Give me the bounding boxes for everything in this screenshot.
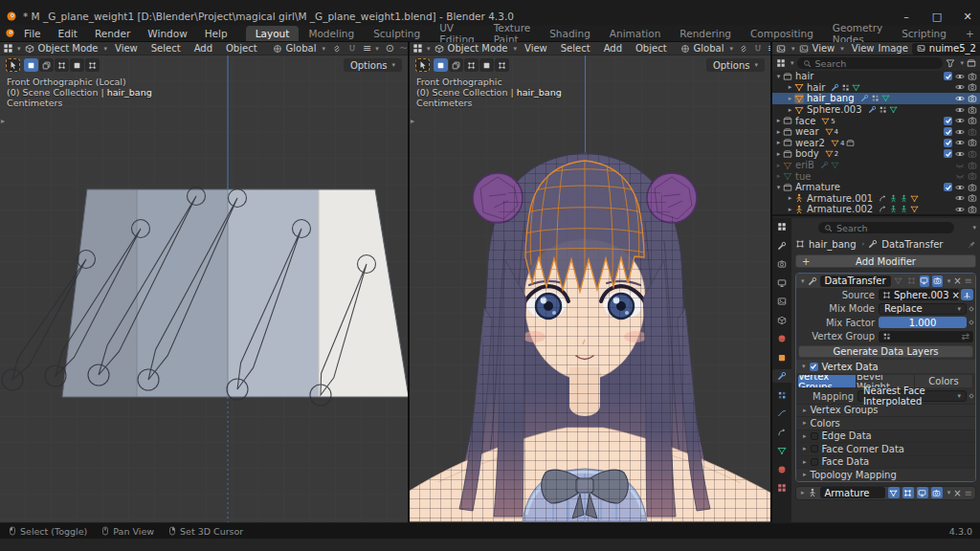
view-menu[interactable]: View	[519, 43, 553, 54]
expand-icon[interactable]: ▸	[786, 95, 794, 102]
viewport-right-canvas[interactable]: Options ▾ Front Orthographic (0) Scene C…	[410, 55, 770, 522]
outliner-row-collection-wear[interactable]: ▸ wear 4	[772, 126, 980, 138]
tab-particles[interactable]	[773, 388, 791, 402]
view-menu[interactable]: View	[109, 43, 144, 54]
tab-render[interactable]	[773, 257, 791, 271]
edit-mode-toggle-icon[interactable]	[888, 487, 900, 498]
tab-object[interactable]	[773, 351, 791, 364]
pose-icon[interactable]	[889, 194, 898, 203]
tab-shading[interactable]: Shading	[540, 26, 600, 41]
tab-physics[interactable]	[773, 407, 791, 420]
camera-visibility-icon[interactable]	[968, 105, 977, 115]
eye-icon[interactable]	[955, 72, 965, 81]
new-collection-icon[interactable]	[967, 58, 976, 68]
select-mode-invert[interactable]	[479, 58, 494, 72]
mesh-data-icon[interactable]	[889, 105, 898, 114]
blender-menu-icon[interactable]	[5, 28, 15, 38]
expand-icon[interactable]: ▸	[774, 139, 783, 146]
section-edge-data[interactable]: ▸ Edge Data	[796, 430, 975, 443]
menu-window[interactable]: Window	[139, 28, 195, 39]
viewport-left-canvas[interactable]: Options ▾ Front Orthographic (Local) (0)…	[0, 55, 408, 522]
tab-scene[interactable]	[773, 314, 791, 327]
expand-icon[interactable]: ▸	[801, 489, 805, 496]
tab-output[interactable]	[773, 276, 791, 290]
collection-checkbox[interactable]	[944, 149, 952, 158]
display-mode-icon[interactable]	[776, 58, 786, 68]
filter-icon[interactable]	[946, 58, 955, 68]
expand-icon[interactable]: ▸	[774, 162, 783, 169]
proportional-edit-icon[interactable]: ⊙	[386, 42, 394, 55]
image-image-menu[interactable]: Image	[879, 43, 908, 54]
outliner-row-collection-face[interactable]: ▸ face 5	[772, 115, 980, 126]
outliner-row-eriB[interactable]: ▸ eriB	[772, 160, 980, 171]
expand-icon[interactable]: ▸	[786, 83, 794, 91]
render-display-toggle-icon[interactable]	[932, 276, 943, 287]
camera-visibility-icon[interactable]	[968, 193, 977, 203]
select-mode-invert[interactable]	[70, 58, 84, 72]
eye-closed-icon[interactable]	[955, 161, 965, 170]
outliner-search-input[interactable]: Search	[797, 57, 944, 69]
drag-handle-icon[interactable]: ≡	[965, 488, 972, 498]
modifier-wrench-icon[interactable]	[820, 161, 829, 169]
tab-vertex-groups[interactable]: Vertex Groups	[798, 375, 857, 387]
expand-icon[interactable]: ▾	[774, 184, 783, 191]
camera-visibility-icon[interactable]	[968, 183, 977, 192]
cage-toggle-icon[interactable]	[902, 487, 914, 498]
mix-factor-slider[interactable]: 1.000	[879, 317, 967, 328]
pose-icon[interactable]	[889, 205, 898, 213]
tab-tool[interactable]	[773, 239, 791, 253]
eye-icon[interactable]	[955, 138, 965, 147]
object-menu[interactable]: Object	[630, 43, 673, 54]
tab-modifiers[interactable]	[772, 369, 791, 383]
collection-checkbox[interactable]	[944, 183, 952, 191]
camera-visibility-icon[interactable]	[968, 171, 977, 181]
eye-icon[interactable]	[955, 149, 965, 159]
face-data-checkbox[interactable]	[811, 458, 818, 466]
eye-icon[interactable]	[955, 183, 965, 192]
modifier-wrench-icon[interactable]	[868, 105, 877, 114]
cage-toggle-icon[interactable]	[906, 276, 917, 287]
tab-animation[interactable]: Animation	[600, 26, 671, 41]
add-menu[interactable]: Add	[598, 43, 628, 54]
render-display-toggle-icon[interactable]	[931, 487, 943, 498]
drag-handle-icon[interactable]: ≡	[965, 276, 972, 286]
active-tool-select-box[interactable]	[6, 58, 20, 72]
select-menu[interactable]: Select	[145, 43, 187, 54]
outliner-row-tue[interactable]: ▸ tue	[772, 170, 980, 182]
camera-visibility-icon[interactable]	[968, 72, 977, 81]
expand-icon[interactable]: ▸	[786, 206, 794, 213]
delete-modifier-icon[interactable]: ×	[953, 488, 961, 498]
orientation-dropdown[interactable]: Global	[284, 43, 319, 54]
transform-orientation-icon[interactable]	[273, 44, 282, 54]
outliner-row-hair[interactable]: ▸ hair	[772, 82, 980, 94]
tab-scripting[interactable]: Scripting	[892, 26, 956, 41]
active-tool-select-box[interactable]	[415, 58, 430, 72]
clear-source-icon[interactable]: ×	[952, 290, 960, 300]
data-transfer-header[interactable]: ▾ DataTransfer ▾ × ≡	[796, 274, 975, 288]
expand-icon[interactable]: ▾	[774, 73, 783, 80]
object-transform-toggle[interactable]	[961, 289, 973, 300]
vertex-group-icon[interactable]	[879, 105, 887, 114]
invert-vertex-group-icon[interactable]: ⇄	[962, 331, 969, 342]
hair-bang-selected[interactable]	[525, 161, 644, 292]
tab-material[interactable]	[773, 463, 791, 476]
collection-checkbox[interactable]	[944, 117, 952, 125]
mapping-dropdown[interactable]: Nearest Face Interpolated ▾	[858, 390, 967, 402]
camera-visibility-icon[interactable]	[968, 205, 977, 214]
expand-icon[interactable]: ▸	[774, 128, 783, 136]
mesh-data-icon[interactable]	[852, 83, 860, 92]
select-mode-new[interactable]	[24, 58, 38, 72]
vertex-group-icon[interactable]	[841, 83, 850, 92]
menu-help[interactable]: Help	[196, 28, 236, 39]
mesh-data-icon[interactable]	[831, 161, 839, 169]
pin-icon[interactable]	[968, 240, 976, 249]
editor-type-icon[interactable]	[412, 43, 423, 54]
vertex-data-subpanel-header[interactable]: ▾ Vertex Data	[796, 360, 975, 373]
mode-dropdown[interactable]: Object Mode	[446, 43, 510, 54]
source-object-field[interactable]: Sphere.003 ×	[879, 289, 959, 300]
mode-dropdown[interactable]: Object Mode	[36, 43, 100, 54]
menu-render[interactable]: Render	[86, 28, 139, 39]
collection-checkbox[interactable]	[944, 127, 952, 136]
animate-diamond-icon[interactable]	[969, 320, 974, 325]
snap-target-icon[interactable]	[739, 44, 748, 54]
